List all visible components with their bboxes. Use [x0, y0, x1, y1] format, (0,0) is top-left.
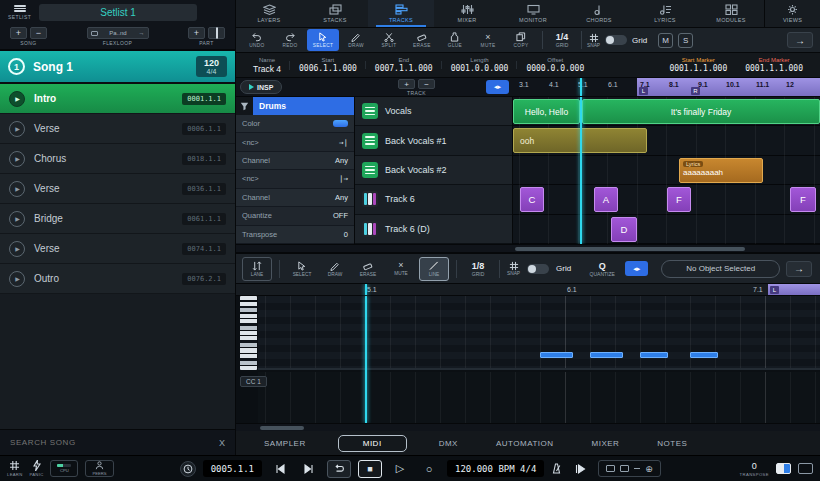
play-icon[interactable]: ▶	[9, 121, 25, 137]
tab-lyrics[interactable]: LYRICS	[632, 0, 698, 27]
cc-lane[interactable]	[258, 372, 820, 423]
clip-chord-a[interactable]: A	[594, 187, 618, 212]
prop-end[interactable]: End 0007.1.1.000	[366, 57, 442, 73]
midi-note[interactable]	[640, 352, 668, 358]
tab-chords[interactable]: CHORDS	[566, 0, 632, 27]
track-row-track-6-d[interactable]: Track 6 (D)	[355, 215, 512, 244]
inspector-row-input-channel[interactable]: Channel Any	[236, 152, 354, 170]
solo-track-button[interactable]: S	[678, 33, 693, 48]
play-icon[interactable]: ▶	[9, 151, 25, 167]
loop-button[interactable]	[327, 460, 351, 478]
track-row-back-vocals-2[interactable]: Back Vocals #2	[355, 156, 512, 185]
clip-vocals-2[interactable]: It's finally Friday	[582, 99, 820, 124]
play-icon[interactable]: ▶	[9, 241, 25, 257]
part-button[interactable]	[208, 27, 225, 39]
learn-button[interactable]: LEARN	[7, 460, 22, 477]
inspector-row-color[interactable]: Color	[236, 115, 354, 133]
color-swatch[interactable]	[333, 120, 348, 127]
arranger-hscrollbar[interactable]	[236, 244, 820, 252]
inspector-toggle-button[interactable]: INSP	[240, 80, 282, 94]
lane-mode-button[interactable]: LANE	[242, 257, 272, 281]
clip-chord-c[interactable]: C	[520, 187, 544, 212]
peers-button[interactable]: PEERS	[85, 460, 113, 477]
track-row-back-vocals-1[interactable]: Back Vocals #1	[355, 126, 512, 155]
goto-playhead-button[interactable]: ◂▸	[486, 80, 509, 94]
search-input[interactable]	[10, 438, 213, 447]
snap-control[interactable]: SNAP	[587, 33, 600, 48]
flexloop-selector[interactable]: Pa..nd →	[87, 27, 149, 39]
track-row-vocals[interactable]: Vocals	[355, 97, 512, 126]
record-button[interactable]: ○	[418, 460, 440, 478]
tab-automation[interactable]: AUTOMATION	[490, 436, 560, 451]
undo-button[interactable]: UNDO	[241, 29, 273, 51]
section-item-verse-3[interactable]: ▶ Verse 0074.1.1	[0, 234, 235, 264]
display-1-toggle[interactable]	[776, 463, 791, 474]
editor-snap-control[interactable]: SNAP	[507, 261, 520, 276]
copy-tool-button[interactable]: COPY	[505, 29, 537, 51]
editor-ruler[interactable]: L 5.1 6.1 7.1	[236, 284, 820, 296]
tempo-display[interactable]: 120.000 BPM 4/4	[447, 460, 544, 477]
inspector-track-name[interactable]: Drums	[253, 97, 354, 115]
piano-roll-canvas[interactable]: CC 1	[236, 296, 820, 423]
scrollbar-handle[interactable]	[515, 247, 745, 251]
play-button[interactable]: ▷	[389, 460, 411, 478]
inspector-row-input-port[interactable]: <nc> →|	[236, 133, 354, 151]
scrollbar-handle[interactable]	[260, 426, 304, 430]
select-tool-button[interactable]: SELECT	[307, 29, 339, 51]
tab-stacks[interactable]: STACKS	[302, 0, 368, 27]
tab-mixer[interactable]: MIXER	[434, 0, 500, 27]
clip-vocals-1[interactable]: Hello, Hello	[513, 99, 580, 124]
loop-right-handle[interactable]: R	[691, 87, 700, 95]
clip-chord-f2[interactable]: F	[790, 187, 816, 212]
quantize-control[interactable]: Q QUANTIZE	[582, 261, 622, 277]
midi-note[interactable]	[690, 352, 718, 358]
tab-midi[interactable]: MIDI	[338, 435, 407, 452]
erase-tool-button[interactable]: ERASE	[406, 29, 438, 51]
position-clock-button[interactable]	[180, 461, 196, 477]
loop-left-handle[interactable]: L	[639, 87, 648, 95]
editor-grid-display[interactable]: 1/8 GRID	[464, 261, 492, 277]
editor-line-tool[interactable]: LINE	[419, 257, 449, 281]
prop-start-marker[interactable]: Start Marker 0001.1.1.000	[660, 57, 736, 73]
remove-track-button[interactable]: −	[418, 79, 435, 89]
views-button[interactable]: VIEWS	[764, 0, 820, 27]
inspector-row-quantize[interactable]: Quantize OFF	[236, 207, 354, 225]
screen-a-icon[interactable]	[606, 465, 615, 472]
midi-note[interactable]	[540, 352, 573, 358]
play-icon[interactable]: ▶	[9, 181, 25, 197]
global-transpose[interactable]: 0 TRANSPOSE	[740, 461, 769, 477]
inspector-row-transpose[interactable]: Transpose 0	[236, 226, 354, 244]
expand-right-button[interactable]: →	[787, 32, 813, 48]
editor-select-tool[interactable]: SELECT	[287, 257, 317, 281]
screen-b-icon[interactable]	[620, 465, 629, 472]
grid-toggle-switch[interactable]	[605, 35, 627, 45]
editor-loop-region[interactable]: L	[768, 284, 820, 295]
prop-end-marker[interactable]: End Marker 0001.1.1.000	[736, 57, 812, 73]
display-2-toggle[interactable]	[798, 463, 813, 474]
cpu-meter[interactable]: CPU	[50, 460, 78, 477]
tab-modules[interactable]: MODULES	[698, 0, 764, 27]
prop-start[interactable]: Start 0006.1.1.000	[290, 57, 366, 73]
add-track-button[interactable]: +	[398, 79, 415, 89]
grid-resolution-display[interactable]: 1/4 GRID	[548, 32, 576, 48]
editor-hscrollbar[interactable]	[236, 423, 820, 431]
section-item-bridge[interactable]: ▶ Bridge 0061.1.1	[0, 204, 235, 234]
section-item-verse-2[interactable]: ▶ Verse 0036.1.1	[0, 174, 235, 204]
prop-name[interactable]: Name Track 4	[244, 57, 290, 74]
remove-song-button[interactable]: −	[30, 27, 47, 39]
play-icon[interactable]: ▶	[9, 91, 25, 107]
setlist-title[interactable]: Setlist 1	[39, 4, 197, 21]
midi-note[interactable]	[590, 352, 623, 358]
redo-button[interactable]: REDO	[274, 29, 306, 51]
mute-track-button[interactable]: M	[658, 33, 673, 48]
section-item-outro[interactable]: ▶ Outro 0076.2.1	[0, 264, 235, 294]
prop-length[interactable]: Length 0001.0.0.000	[442, 57, 518, 73]
section-item-chorus[interactable]: ▶ Chorus 0018.1.1	[0, 144, 235, 174]
song-item[interactable]: 1 Song 1 120 4/4	[0, 51, 235, 84]
search-clear-button[interactable]: X	[219, 438, 225, 448]
tab-monitor[interactable]: MONITOR	[500, 0, 566, 27]
filter-button[interactable]	[236, 97, 253, 115]
setlist-menu-button[interactable]: SETLIST	[8, 4, 31, 20]
clip-back-vocals-2[interactable]: Lyrics aaaaaaaah	[679, 158, 763, 183]
editor-grid-toggle[interactable]	[527, 264, 549, 274]
